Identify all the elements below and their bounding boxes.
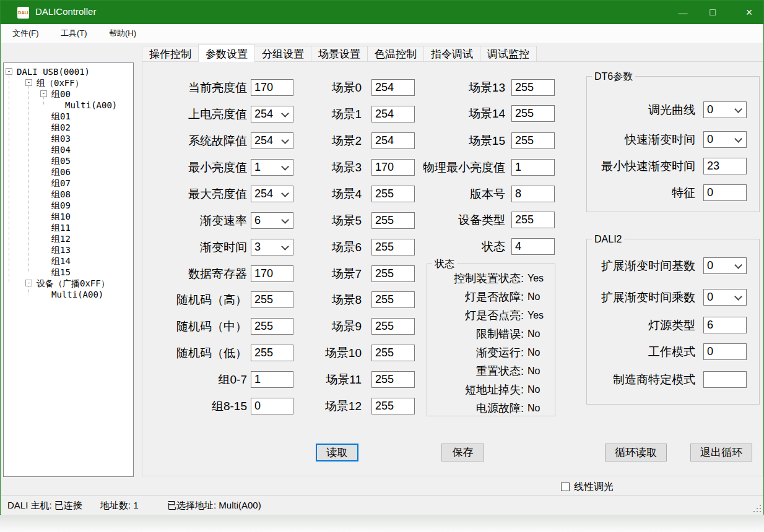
dali2-combo-0[interactable]: 0 xyxy=(703,257,747,274)
tree-item-15[interactable]: 组12 xyxy=(51,233,71,244)
status-row-value-0: Yes xyxy=(527,271,544,286)
info-input-5[interactable] xyxy=(511,212,555,228)
tree-item-1[interactable]: 组（0xFF） xyxy=(37,77,84,88)
tab-5[interactable]: 指令调试 xyxy=(423,46,480,61)
param-label-2: 系统故障值 xyxy=(123,132,247,149)
tree-item-2[interactable]: 组00 xyxy=(51,88,71,100)
tree-guide xyxy=(9,75,9,283)
tree-collapse-icon[interactable]: - xyxy=(6,68,12,75)
tree-item-11[interactable]: 组08 xyxy=(51,189,71,200)
menu-tools[interactable]: 工具(T) xyxy=(56,24,92,43)
tab-4[interactable]: 色温控制 xyxy=(367,46,424,61)
tab-2[interactable]: 分组设置 xyxy=(254,46,311,61)
info-input-6[interactable] xyxy=(511,238,555,255)
tab-6[interactable]: 调试监控 xyxy=(480,46,537,61)
maximize-button[interactable]: □ xyxy=(698,1,727,24)
status-host: DALI 主机: 已连接 xyxy=(7,499,82,512)
tree-guide xyxy=(43,97,44,105)
menu-help[interactable]: 帮助(H) xyxy=(104,24,141,43)
tree-item-19[interactable]: 设备（广播0xFF） xyxy=(37,278,110,289)
dt6-input-2[interactable] xyxy=(703,158,747,174)
dali2-combo-value-0: 0 xyxy=(707,258,713,273)
linear-dim-checkbox-label: 线性调光 xyxy=(574,481,614,493)
chevron-down-icon xyxy=(734,135,742,143)
tree-item-10[interactable]: 组07 xyxy=(51,178,71,189)
dt6-combo-1[interactable]: 0 xyxy=(703,131,747,148)
loop-read-button[interactable]: 循环读取 xyxy=(605,444,667,461)
status-selected-address: 已选择地址: Multi(A00) xyxy=(167,499,261,512)
tree-collapse-icon[interactable]: - xyxy=(25,79,32,86)
desktop-background xyxy=(0,515,764,532)
tree-item-0[interactable]: DALI USB(0001) xyxy=(17,66,90,77)
dt6-label-2: 最小快速渐变时间 xyxy=(491,158,695,174)
tree-item-14[interactable]: 组11 xyxy=(51,222,71,233)
menu-file[interactable]: 文件(F) xyxy=(7,24,44,43)
dali2-input-2[interactable] xyxy=(703,317,747,333)
read-button[interactable]: 读取 xyxy=(316,444,358,461)
status-row-label-3: 限制错误: xyxy=(369,327,524,341)
param-label-12: 组8-15 xyxy=(123,398,247,414)
param-label-4: 最大亮度值 xyxy=(123,186,247,202)
app-icon[interactable]: DALI xyxy=(17,7,29,19)
dali2-combo-1[interactable]: 0 xyxy=(703,289,747,306)
status-bar: DALI 主机: 已连接 地址数: 1 已选择地址: Multi(A00) xyxy=(1,496,763,515)
param-label-7: 数据寄存器 xyxy=(123,265,247,282)
tree-item-5[interactable]: 组02 xyxy=(51,122,71,133)
tree-item-20[interactable]: Multi(A00) xyxy=(51,289,103,300)
dali2-input-4[interactable] xyxy=(703,371,747,388)
param-label-0: 当前亮度值 xyxy=(123,79,247,96)
tab-strip: 操作控制参数设置分组设置场景设置色温控制指令调试调试监控 xyxy=(142,44,536,61)
status-row-value-7: No xyxy=(527,401,540,416)
tree-item-16[interactable]: 组13 xyxy=(51,244,71,255)
close-button[interactable]: × xyxy=(735,1,763,24)
tree-item-17[interactable]: 组14 xyxy=(51,255,71,267)
title-bar: DALI DALIController — □ × xyxy=(1,1,763,24)
tree-item-13[interactable]: 组10 xyxy=(51,211,71,222)
status-row-label-6: 短地址掉失: xyxy=(369,382,524,397)
tree-guide xyxy=(28,286,29,294)
dt6-combo-0[interactable]: 0 xyxy=(703,101,747,118)
status-row-value-2: Yes xyxy=(527,308,544,323)
info-label-4: 版本号 xyxy=(301,186,505,202)
dali2-combo-value-1: 0 xyxy=(707,290,713,305)
dt6-input-3[interactable] xyxy=(703,184,747,201)
status-row-value-1: No xyxy=(527,290,540,304)
info-label-3: 物理最小亮度值 xyxy=(301,159,505,176)
tree-item-4[interactable]: 组01 xyxy=(51,111,71,122)
tab-1[interactable]: 参数设置 xyxy=(198,44,255,62)
linear-dim-checkbox[interactable] xyxy=(561,483,570,491)
minimize-button[interactable]: — xyxy=(669,1,697,24)
menu-bar: 文件(F) 工具(T) 帮助(H) xyxy=(1,24,763,43)
status-row-label-4: 渐变运行: xyxy=(369,345,524,360)
tab-3[interactable]: 场景设置 xyxy=(311,46,368,61)
resize-grip[interactable] xyxy=(753,505,762,513)
info-label-5: 设备类型 xyxy=(301,212,505,228)
scene-label-8: 场景8 xyxy=(238,291,362,308)
tree-item-12[interactable]: 组09 xyxy=(51,200,71,211)
info-input-0[interactable] xyxy=(511,79,555,96)
tree-guide xyxy=(28,86,29,272)
tree-item-8[interactable]: 组05 xyxy=(51,155,71,166)
exit-loop-button[interactable]: 退出循环 xyxy=(690,444,752,461)
window-title: DALIController xyxy=(35,6,96,17)
tree-item-18[interactable]: 组15 xyxy=(51,267,71,278)
status-row-value-6: No xyxy=(527,382,540,397)
tree-item-3[interactable]: Multi(A00) xyxy=(65,100,117,111)
param-label-3: 最小亮度值 xyxy=(123,159,247,176)
dali2-input-3[interactable] xyxy=(703,343,747,360)
tab-0[interactable]: 操作控制 xyxy=(142,46,199,61)
param-label-11: 组0-7 xyxy=(123,371,247,388)
save-button[interactable]: 保存 xyxy=(441,444,484,461)
status-row-label-1: 灯是否故障: xyxy=(369,290,524,304)
info-label-6: 状态 xyxy=(301,238,505,255)
info-label-2: 场景15 xyxy=(301,132,505,149)
status-row-label-5: 重置状态: xyxy=(369,364,524,379)
tree-item-9[interactable]: 组06 xyxy=(51,166,71,178)
status-groupbox-title: 状态 xyxy=(432,258,457,270)
tree-collapse-icon[interactable]: - xyxy=(25,280,32,286)
tree-collapse-icon[interactable]: - xyxy=(40,90,47,97)
tree-item-7[interactable]: 组04 xyxy=(51,144,71,155)
chevron-down-icon xyxy=(734,261,742,269)
tree-item-6[interactable]: 组03 xyxy=(51,133,71,144)
status-row-value-5: No xyxy=(527,364,540,379)
